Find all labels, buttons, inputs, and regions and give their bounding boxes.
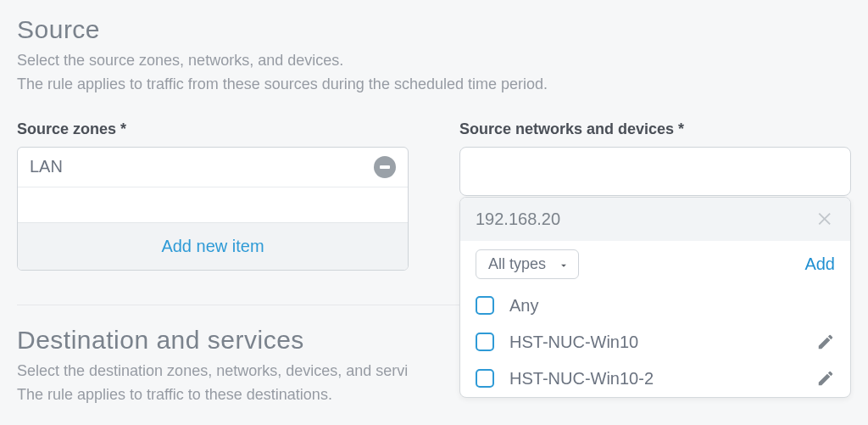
- source-zone-item[interactable]: LAN: [18, 148, 408, 187]
- source-section-title: Source: [17, 15, 851, 44]
- destination-desc-line-1: Select the destination zones, networks, …: [17, 360, 444, 383]
- add-source-zone-button[interactable]: Add new item: [18, 222, 408, 270]
- source-zones-label: Source zones *: [17, 120, 409, 138]
- dropdown-option[interactable]: HST-NUC-Win10: [460, 324, 850, 361]
- option-checkbox[interactable]: [476, 333, 494, 351]
- dropdown-option[interactable]: Any: [460, 288, 850, 324]
- source-desc-line-2: The rule applies to traffic from these s…: [17, 73, 851, 97]
- destination-desc-line-2: The rule applies to traffic to these des…: [17, 383, 444, 407]
- chevron-down-icon: [558, 258, 570, 270]
- clear-search-icon[interactable]: [816, 210, 835, 228]
- dropdown-option[interactable]: HST-NUC-Win10-2: [460, 361, 850, 397]
- source-zone-blank-row: [18, 187, 408, 222]
- add-network-button[interactable]: Add: [804, 254, 835, 274]
- option-label: Any: [509, 296, 835, 316]
- dropdown-search-input[interactable]: 192.168.20: [476, 210, 560, 229]
- source-desc-line-1: Select the source zones, networks, and d…: [17, 49, 851, 73]
- type-filter-select[interactable]: All types: [476, 249, 579, 279]
- source-zones-listbox: LAN Add new item: [17, 147, 409, 271]
- option-checkbox[interactable]: [476, 369, 494, 388]
- destination-section-title: Destination and services: [17, 326, 444, 355]
- networks-dropdown: 192.168.20 All types Add: [459, 197, 851, 398]
- dropdown-toolbar: All types Add: [460, 241, 850, 288]
- source-networks-input[interactable]: [459, 147, 851, 196]
- svg-rect-0: [380, 165, 390, 169]
- option-label: HST-NUC-Win10: [509, 333, 801, 352]
- source-zone-item-label: LAN: [30, 157, 63, 176]
- remove-zone-icon[interactable]: [374, 156, 396, 178]
- source-networks-label: Source networks and devices *: [459, 120, 851, 138]
- edit-icon[interactable]: [816, 369, 835, 388]
- option-label: HST-NUC-Win10-2: [509, 369, 801, 389]
- type-filter-label: All types: [488, 255, 546, 273]
- option-checkbox[interactable]: [476, 296, 494, 315]
- edit-icon[interactable]: [816, 333, 835, 351]
- dropdown-search-row: 192.168.20: [460, 198, 850, 241]
